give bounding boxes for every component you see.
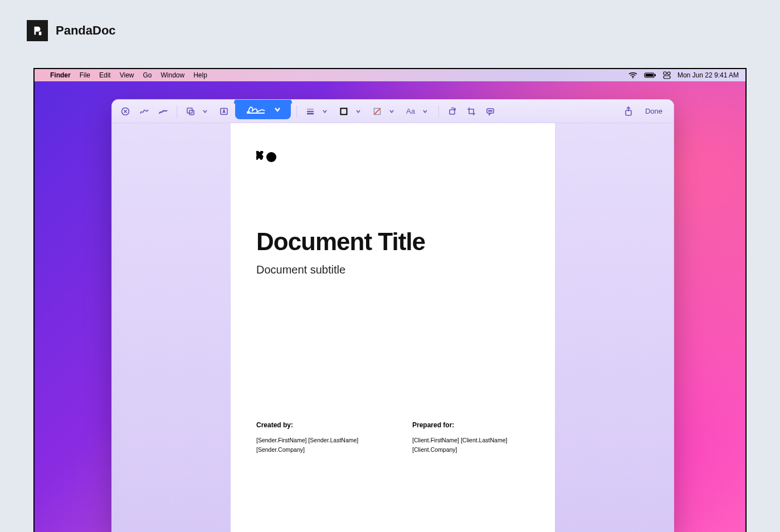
control-center-icon[interactable]	[663, 71, 671, 79]
created-by-name: [Sender.FirstName] [Sender.LastName]	[256, 436, 379, 445]
rotate-tool-icon[interactable]	[445, 104, 460, 119]
crop-tool-icon[interactable]	[464, 104, 479, 119]
document-logo	[256, 151, 529, 167]
preview-window: Aa	[111, 99, 674, 532]
toolbar-separator	[296, 105, 297, 118]
fill-color-chevron-down-icon[interactable]	[384, 104, 399, 119]
line-style-chevron-down-icon[interactable]	[317, 104, 333, 119]
svg-point-25	[266, 152, 276, 162]
svg-rect-6	[667, 72, 670, 75]
brand-name: PandaDoc	[56, 23, 116, 38]
svg-point-22	[490, 110, 491, 111]
text-style-chevron-down-icon[interactable]	[417, 104, 433, 119]
prepared-for-name: [Client.FirstName] [Client.LastName]	[412, 436, 535, 445]
svg-point-21	[489, 110, 490, 111]
shapes-tool-icon[interactable]	[183, 104, 198, 119]
svg-rect-7	[664, 76, 670, 79]
svg-point-1	[632, 77, 633, 79]
sketch-tool-icon[interactable]	[136, 104, 152, 119]
battery-icon[interactable]	[644, 72, 656, 79]
shapes-chevron-down-icon[interactable]	[197, 104, 213, 119]
done-button[interactable]: Done	[640, 105, 668, 118]
document-subtitle: Document subtitle	[256, 263, 529, 276]
svg-rect-10	[189, 110, 194, 115]
document-page: Document Title Document subtitle Created…	[231, 123, 555, 532]
menubar-item-go[interactable]: Go	[143, 71, 152, 79]
svg-rect-16	[341, 108, 347, 114]
svg-point-23	[491, 110, 493, 111]
brand-header: PandaDoc	[27, 20, 116, 41]
menubar-item-view[interactable]: View	[120, 71, 134, 79]
draw-tool-icon[interactable]	[155, 104, 171, 119]
text-tool-icon[interactable]	[216, 104, 232, 119]
markup-toolbar: Aa	[112, 100, 674, 123]
prepared-for-heading: Prepared for:	[412, 421, 535, 429]
mac-menubar: Finder File Edit View Go Window Help Mon…	[35, 69, 745, 81]
annotate-tool-icon[interactable]	[482, 104, 498, 119]
menubar-datetime[interactable]: Mon Jun 22 9:41 AM	[677, 71, 739, 79]
toolbar-separator	[177, 105, 177, 118]
fill-color-icon[interactable]	[369, 104, 385, 119]
svg-rect-3	[645, 74, 653, 77]
sign-tool-active[interactable]	[235, 99, 291, 119]
created-by-company: [Sender.Company]	[256, 445, 379, 455]
menubar-app-name[interactable]: Finder	[50, 71, 71, 79]
close-tool-icon[interactable]	[118, 104, 133, 119]
wifi-icon[interactable]	[628, 72, 637, 79]
document-footer-columns: Created by: [Sender.FirstName] [Sender.L…	[256, 421, 529, 455]
share-icon[interactable]	[621, 104, 636, 119]
prepared-for-company: [Client.Company]	[412, 445, 535, 455]
svg-rect-19	[450, 110, 455, 114]
svg-rect-4	[655, 74, 656, 76]
document-canvas[interactable]: Document Title Document subtitle Created…	[112, 123, 674, 532]
svg-line-18	[374, 109, 380, 114]
pandadoc-logo-icon	[27, 20, 48, 41]
prepared-for-block: Prepared for: [Client.FirstName] [Client…	[412, 421, 535, 455]
screenshot-frame: Finder File Edit View Go Window Help Mon…	[33, 68, 747, 532]
svg-rect-5	[664, 72, 666, 75]
menubar-item-file[interactable]: File	[80, 71, 90, 79]
border-color-icon[interactable]	[336, 104, 352, 119]
desktop-wallpaper: Aa	[35, 81, 745, 532]
menubar-item-help[interactable]: Help	[193, 71, 207, 79]
border-color-chevron-down-icon[interactable]	[350, 104, 366, 119]
document-title: Document Title	[256, 228, 529, 256]
created-by-heading: Created by:	[256, 421, 379, 429]
created-by-block: Created by: [Sender.FirstName] [Sender.L…	[256, 421, 379, 455]
menubar-item-edit[interactable]: Edit	[99, 71, 111, 79]
text-style-button[interactable]: Aa	[403, 104, 418, 119]
line-style-icon[interactable]	[303, 104, 318, 119]
toolbar-separator	[438, 105, 439, 118]
svg-rect-0	[39, 32, 42, 35]
menubar-item-window[interactable]: Window	[161, 71, 185, 79]
